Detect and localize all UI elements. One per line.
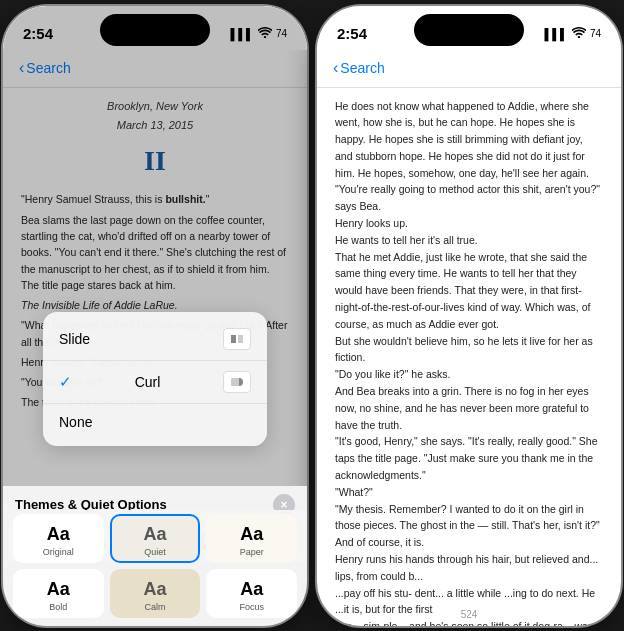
right-para-12: And of course, it is. <box>335 534 603 551</box>
right-battery-icon: 74 <box>590 28 601 39</box>
right-time: 2:54 <box>337 25 367 42</box>
theme-card-focus[interactable]: Aa Focus <box>206 569 297 618</box>
slide-icon-box <box>223 328 251 350</box>
theme-preview-calm: Aa <box>143 579 166 600</box>
right-para-1: He does not know what happened to Addie,… <box>335 98 603 182</box>
theme-label-paper: Paper <box>240 547 264 557</box>
right-nav-bar[interactable]: ‹ Search <box>317 50 621 88</box>
theme-preview-quiet: Aa <box>143 524 166 545</box>
right-wifi-icon <box>572 27 586 40</box>
theme-preview-paper: Aa <box>240 524 263 545</box>
right-para-6: But she wouldn't believe him, so he lets… <box>335 333 603 367</box>
theme-label-original: Original <box>43 547 74 557</box>
menu-item-slide[interactable]: Slide <box>43 318 267 360</box>
right-para-8: And Bea breaks into a grin. There is no … <box>335 383 603 433</box>
menu-item-curl[interactable]: ✓ Curl <box>43 361 267 403</box>
right-para-3: Henry looks up. <box>335 215 603 232</box>
right-dynamic-island <box>414 14 524 46</box>
check-icon: ✓ <box>59 373 72 391</box>
app-container: 2:54 ▌▌▌ 74 ‹ Search Brooklyn, New York … <box>3 6 621 626</box>
theme-card-paper[interactable]: Aa Paper <box>206 514 297 563</box>
curl-label: Curl <box>135 374 161 390</box>
slide-label: Slide <box>59 331 90 347</box>
page-number: 524 <box>461 609 478 620</box>
right-para-5: That he met Addie, just like he wrote, t… <box>335 249 603 333</box>
svg-rect-0 <box>231 335 236 343</box>
theme-preview-focus: Aa <box>240 579 263 600</box>
theme-label-calm: Calm <box>144 602 165 612</box>
theme-card-bold[interactable]: Aa Bold <box>13 569 104 618</box>
right-para-4: He wants to tell her it's all true. <box>335 232 603 249</box>
menu-item-none[interactable]: None <box>43 404 267 440</box>
theme-card-calm[interactable]: Aa Calm <box>110 569 201 618</box>
right-para-10: "What?" <box>335 484 603 501</box>
theme-cards-grid: Aa Original Aa Quiet Aa Paper Aa Bold Aa… <box>3 510 307 626</box>
theme-label-focus: Focus <box>239 602 264 612</box>
right-para-9: "It's good, Henry," she says. "It's real… <box>335 433 603 483</box>
theme-label-quiet: Quiet <box>144 547 166 557</box>
theme-preview-original: Aa <box>47 524 70 545</box>
right-para-7: "Do you like it?" he asks. <box>335 366 603 383</box>
right-back-button[interactable]: ‹ Search <box>333 59 385 77</box>
left-phone: 2:54 ▌▌▌ 74 ‹ Search Brooklyn, New York … <box>3 6 307 626</box>
right-status-icons: ▌▌▌ 74 <box>544 27 601 40</box>
curl-icon-box <box>223 371 251 393</box>
none-label: None <box>59 414 92 430</box>
right-para-13: Henry runs his hands through his hair, b… <box>335 551 603 585</box>
right-para-2: "You're really going to method actor thi… <box>335 181 603 215</box>
theme-card-original[interactable]: Aa Original <box>13 514 104 563</box>
right-para-11: "My thesis. Remember? I wanted to do it … <box>335 501 603 535</box>
right-book-content: He does not know what happened to Addie,… <box>317 88 621 626</box>
theme-card-quiet[interactable]: Aa Quiet <box>110 514 201 563</box>
theme-label-bold: Bold <box>49 602 67 612</box>
transition-menu: Slide ✓ Curl None <box>43 312 267 446</box>
right-back-label: Search <box>340 60 384 76</box>
theme-preview-bold: Aa <box>47 579 70 600</box>
right-chevron-left-icon: ‹ <box>333 59 338 77</box>
right-phone: 2:54 ▌▌▌ 74 ‹ Search He does not know wh… <box>317 6 621 626</box>
right-signal-icon: ▌▌▌ <box>544 28 567 40</box>
svg-rect-1 <box>238 335 243 343</box>
